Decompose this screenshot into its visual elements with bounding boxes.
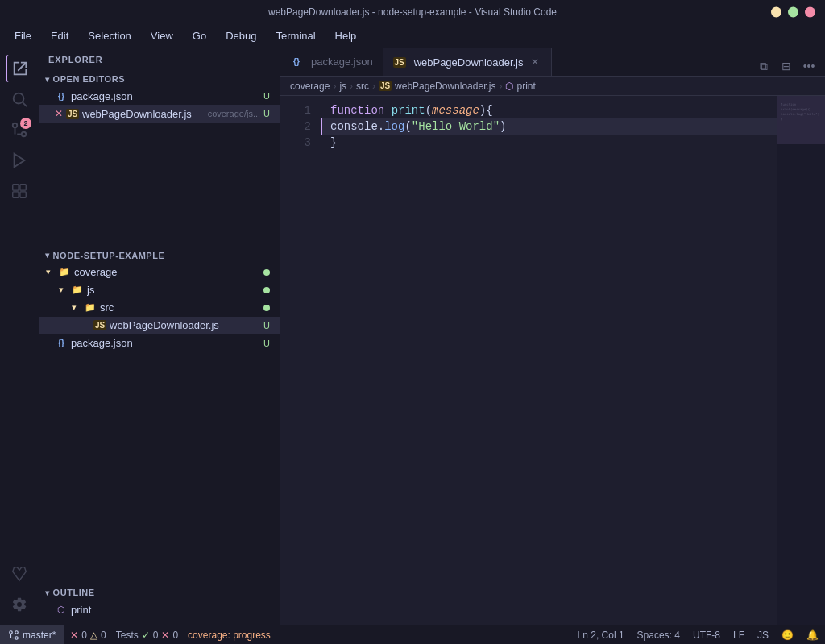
status-git-section[interactable]: master* (0, 625, 64, 644)
language-mode[interactable]: JS (757, 629, 769, 641)
git-branch: master* (8, 629, 56, 641)
keyword-function: function (330, 102, 384, 118)
menu-help[interactable]: Help (327, 27, 365, 45)
chevron-down-icon: ▾ (55, 284, 68, 297)
tab-package-json[interactable]: {} package.json (280, 48, 383, 76)
traffic-lights (771, 7, 815, 18)
test-status[interactable]: Tests ✓ 0 ✕ 0 (116, 629, 178, 641)
outline-item-print[interactable]: ⬡ print (39, 600, 280, 618)
svg-rect-11 (20, 192, 26, 197)
close-file-icon[interactable]: ✕ (55, 108, 63, 119)
punct: ){ (479, 102, 493, 118)
breadcrumb: coverage › js › src › JS webPageDownload… (280, 77, 825, 96)
menu-selection[interactable]: Selection (80, 27, 139, 45)
menu-debug[interactable]: Debug (218, 27, 264, 45)
breadcrumb-symbol[interactable]: print (516, 81, 535, 92)
outline-item-name: print (71, 604, 276, 616)
project-section[interactable]: ▾ NODE-SETUP-EXAMPLE (39, 247, 280, 264)
menu-view[interactable]: View (143, 27, 181, 45)
code-line-2[interactable]: console.log("Hello World") (321, 118, 777, 135)
split-editor-button[interactable]: ⧉ (754, 56, 773, 76)
tab-webpagedownloader[interactable]: JS webPageDownloader.js ✕ (383, 48, 552, 76)
method-log: log (384, 118, 404, 135)
encoding[interactable]: UTF-8 (693, 629, 720, 641)
folder-icon: 📁 (71, 284, 84, 297)
folder-coverage[interactable]: ▾ 📁 coverage (39, 264, 280, 281)
breadcrumb-js[interactable]: js (339, 81, 346, 92)
tests-fail-icon: ✕ (161, 629, 169, 641)
modified-dot (263, 305, 270, 311)
notification-icon[interactable]: 🔔 (806, 629, 819, 641)
tab-close-button[interactable]: ✕ (529, 56, 541, 69)
folder-src[interactable]: ▾ 📁 src (39, 299, 280, 317)
folder-name: js (87, 284, 263, 296)
open-editor-badge: U (263, 109, 276, 118)
outline-label: OUTLINE (53, 588, 95, 597)
tab-filename: package.json (311, 56, 373, 68)
code-line-3[interactable]: } (321, 135, 777, 151)
file-package-json[interactable]: {} package.json U (39, 334, 280, 352)
test-activity-icon[interactable] (6, 560, 33, 588)
sidebar: EXPLORER ▾ OPEN EDITORS {} package.json … (39, 48, 280, 625)
chevron-down-icon: ▾ (68, 301, 81, 314)
open-editors-list: {} package.json U ✕ JS webPageDownloader… (39, 87, 280, 247)
editor-layout-button[interactable]: ⊟ (777, 56, 796, 76)
project-label: NODE-SETUP-EXAMPLE (53, 251, 165, 260)
open-editor-webpage-downloader[interactable]: ✕ JS webPageDownloader.js coverage/js...… (39, 105, 280, 123)
modified-dot (263, 269, 270, 276)
settings-activity-icon[interactable] (6, 591, 33, 618)
code-editor[interactable]: 1 2 3 function print(message){ console.l… (280, 96, 825, 625)
line-ending[interactable]: LF (733, 629, 744, 641)
file-webpagedownloader[interactable]: JS webPageDownloader.js U (39, 317, 280, 334)
open-editor-package-json[interactable]: {} package.json U (39, 87, 280, 105)
project-chevron: ▾ (45, 251, 50, 260)
status-bar: master* ✕ 0 △ 0 Tests ✓ 0 ✕ 0 coverage: … (0, 625, 825, 644)
menu-terminal[interactable]: Terminal (267, 27, 323, 45)
extensions-activity-icon[interactable] (6, 177, 33, 205)
breadcrumb-src[interactable]: src (356, 81, 369, 92)
open-editors-label: OPEN EDITORS (53, 74, 126, 84)
more-actions-button[interactable]: ••• (799, 56, 819, 76)
menu-bar: File Edit Selection View Go Debug Termin… (0, 24, 825, 48)
cursor-position[interactable]: Ln 2, Col 1 (578, 629, 624, 641)
breadcrumb-filename[interactable]: webPageDownloader.js (395, 81, 495, 92)
svg-point-12 (10, 630, 13, 634)
explorer-activity-icon[interactable] (6, 55, 33, 82)
breadcrumb-sep: › (372, 81, 375, 92)
smiley-icon[interactable]: 🙂 (781, 629, 794, 641)
minimize-button[interactable] (771, 7, 781, 18)
line-num-3: 3 (280, 135, 311, 151)
coverage-status[interactable]: coverage: progress (188, 629, 271, 641)
close-button[interactable] (805, 7, 815, 18)
source-control-badge: 2 (20, 118, 31, 129)
maximize-button[interactable] (788, 7, 798, 18)
menu-edit[interactable]: Edit (43, 27, 77, 45)
folder-js[interactable]: ▾ 📁 js (39, 281, 280, 299)
project-file-tree: ▾ 📁 coverage ▾ 📁 js ▾ 📁 src (39, 264, 280, 424)
open-editor-badge: U (263, 91, 276, 101)
punct: ) (500, 118, 506, 135)
menu-go[interactable]: Go (184, 27, 214, 45)
code-line-1[interactable]: function print(message){ (321, 102, 777, 118)
open-editors-section[interactable]: ▾ OPEN EDITORS (39, 71, 280, 87)
source-control-activity-icon[interactable]: 2 (6, 116, 33, 143)
minimap: function print(message){ console.log("He… (777, 96, 825, 625)
breadcrumb-coverage[interactable]: coverage (290, 81, 330, 92)
indent-size[interactable]: Spaces: 4 (637, 629, 680, 641)
menu-file[interactable]: File (6, 27, 39, 45)
outline-header[interactable]: ▾ OUTLINE (39, 584, 280, 600)
svg-rect-10 (13, 192, 19, 197)
title-bar: webPageDownloader.js - node-setup-exampl… (0, 0, 825, 24)
punct: ( (425, 102, 432, 118)
debug-activity-icon[interactable] (6, 147, 33, 174)
open-editor-filename: webPageDownloader.js (82, 108, 208, 120)
tab-filename: webPageDownloader.js (414, 56, 524, 69)
code-content[interactable]: function print(message){ console.log("He… (321, 96, 777, 625)
folder-icon: 📁 (58, 266, 71, 279)
svg-rect-8 (13, 185, 19, 190)
error-count: 0 (81, 629, 87, 641)
svg-rect-9 (20, 185, 26, 190)
tab-bar: {} package.json JS webPageDownloader.js … (280, 48, 825, 77)
search-activity-icon[interactable] (6, 85, 33, 113)
error-status[interactable]: ✕ 0 △ 0 (70, 629, 106, 641)
